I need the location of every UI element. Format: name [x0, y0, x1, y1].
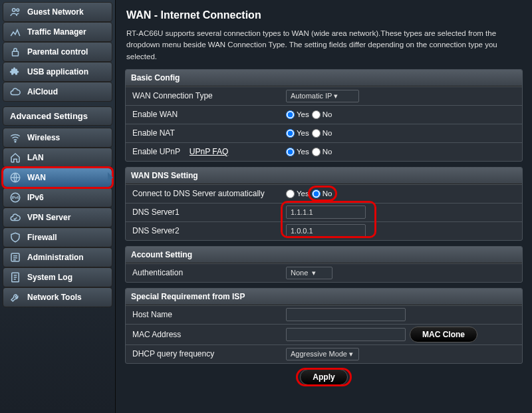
- wan-dns-panel: WAN DNS Setting Connect to DNS Server au…: [125, 167, 523, 241]
- ipv6-icon: IPv6: [9, 191, 22, 204]
- page-description: RT-AC66U supports several connection typ…: [125, 28, 523, 63]
- sidebar-item-label: System Log: [27, 273, 72, 282]
- vpn-icon: [9, 211, 22, 224]
- sidebar-item-label: USB application: [27, 67, 88, 76]
- upnp-faq-link[interactable]: UPnP FAQ: [190, 147, 228, 156]
- sidebar: Guest NetworkTraffic ManagerParental con…: [0, 0, 116, 413]
- dns2-input[interactable]: [286, 224, 366, 237]
- dhcp-freq-select[interactable]: Aggressive Mode ▾: [286, 348, 359, 360]
- enable-nat-radio[interactable]: Yes No: [282, 127, 522, 140]
- auth-label: Authentication: [126, 265, 282, 281]
- sidebar-item-label: Wireless: [27, 133, 60, 142]
- cloud-icon: [9, 85, 22, 98]
- puzzle-icon: [9, 65, 22, 78]
- sidebar-item-label: Traffic Manager: [27, 27, 86, 37]
- isp-panel: Special Requirement from ISP Host Name M…: [125, 288, 523, 364]
- sidebar-item-lan[interactable]: LAN: [3, 148, 112, 168]
- panel-header: Special Requirement from ISP: [126, 289, 522, 305]
- lock-icon: [9, 45, 22, 59]
- globe-icon: [9, 171, 22, 184]
- mac-clone-button[interactable]: MAC Clone: [410, 327, 477, 343]
- log-icon: [9, 271, 22, 284]
- sidebar-item-guest-network[interactable]: Guest Network: [3, 2, 112, 22]
- sidebar-item-ipv6[interactable]: IPv6IPv6: [3, 188, 112, 207]
- guest-icon: [9, 5, 22, 19]
- sidebar-item-vpn-server[interactable]: VPN Server: [3, 207, 112, 227]
- dns1-label: DNS Server1: [126, 204, 282, 220]
- sidebar-item-usb-application[interactable]: USB application: [3, 62, 112, 82]
- wifi-icon: [9, 131, 22, 144]
- main-content: WAN - Internet Connection RT-AC66U suppo…: [116, 0, 532, 413]
- sidebar-item-label: Parental control: [27, 47, 88, 57]
- dns-auto-radio[interactable]: Yes No: [282, 188, 522, 200]
- account-panel: Account Setting Authentication None ▾: [125, 246, 523, 283]
- enable-nat-label: Enable NAT: [126, 125, 282, 141]
- sidebar-item-label: LAN: [27, 153, 44, 162]
- sidebar-item-administration[interactable]: Administration: [3, 247, 112, 267]
- dhcp-freq-label: DHCP query frequency: [126, 346, 282, 362]
- sidebar-item-system-log[interactable]: System Log: [3, 267, 112, 287]
- enable-wan-label: Enable WAN: [126, 106, 282, 122]
- page-title: WAN - Internet Connection: [125, 9, 523, 21]
- panel-header: WAN DNS Setting: [126, 168, 522, 184]
- sidebar-item-label: WAN: [27, 173, 46, 182]
- enable-upnp-label: Enable UPnP UPnP FAQ: [126, 144, 282, 160]
- sidebar-item-aicloud[interactable]: AiCloud: [3, 82, 112, 102]
- enable-upnp-radio[interactable]: Yes No: [282, 146, 522, 158]
- svg-point-1: [17, 9, 19, 11]
- svg-text:IPv6: IPv6: [12, 196, 19, 200]
- svg-rect-2: [13, 51, 19, 56]
- dns2-label: DNS Server2: [126, 223, 282, 239]
- sidebar-item-parental-control[interactable]: Parental control: [3, 42, 112, 62]
- basic-config-panel: Basic Config WAN Connection Type Automat…: [125, 69, 523, 162]
- sidebar-item-label: IPv6: [27, 193, 44, 202]
- sidebar-item-wireless[interactable]: Wireless: [3, 128, 112, 148]
- tools-icon: [9, 291, 22, 304]
- sidebar-item-label: Guest Network: [27, 7, 84, 17]
- mac-input[interactable]: [286, 328, 406, 341]
- home-icon: [9, 151, 22, 164]
- advanced-settings-header: Advanced Settings: [3, 106, 112, 126]
- dns1-input[interactable]: [286, 206, 366, 219]
- enable-wan-radio[interactable]: Yes No: [282, 108, 522, 121]
- sidebar-item-label: AiCloud: [27, 87, 58, 96]
- panel-header: Account Setting: [126, 247, 522, 263]
- wan-type-label: WAN Connection Type: [126, 88, 282, 104]
- svg-point-0: [13, 9, 16, 12]
- svg-point-3: [15, 141, 16, 142]
- hostname-input[interactable]: [286, 308, 406, 321]
- dns-auto-label: Connect to DNS Server automatically: [126, 186, 282, 202]
- wan-type-select[interactable]: Automatic IP ▾: [286, 90, 359, 102]
- sidebar-item-label: Firewall: [27, 233, 57, 242]
- traffic-icon: [9, 25, 22, 39]
- panel-header: Basic Config: [126, 70, 522, 86]
- sidebar-item-firewall[interactable]: Firewall: [3, 227, 112, 247]
- mac-label: MAC Address: [126, 327, 282, 343]
- apply-button[interactable]: Apply: [300, 369, 347, 385]
- admin-icon: [9, 251, 22, 264]
- sidebar-item-label: Administration: [27, 253, 84, 262]
- shield-icon: [9, 231, 22, 244]
- sidebar-item-traffic-manager[interactable]: Traffic Manager: [3, 22, 112, 42]
- hostname-label: Host Name: [126, 307, 282, 323]
- sidebar-item-network-tools[interactable]: Network Tools: [3, 287, 112, 307]
- sidebar-item-label: VPN Server: [27, 213, 70, 222]
- sidebar-item-label: Network Tools: [27, 293, 82, 302]
- sidebar-item-wan[interactable]: WAN: [3, 168, 112, 188]
- auth-select[interactable]: None ▾: [286, 267, 332, 279]
